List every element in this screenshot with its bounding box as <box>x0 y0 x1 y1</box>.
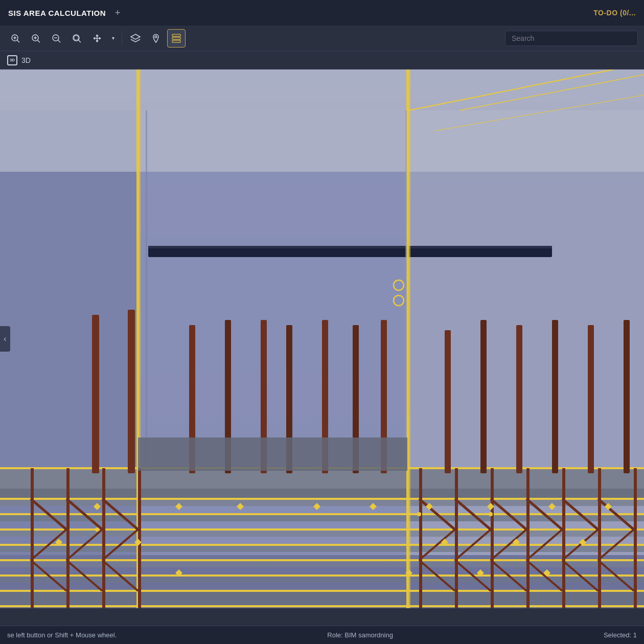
view-label-bar: 3D 3D <box>0 51 644 70</box>
svg-rect-28 <box>148 246 552 248</box>
svg-rect-13 <box>74 36 78 40</box>
toolbar-separator-1 <box>122 31 122 45</box>
3d-scene <box>0 70 644 608</box>
svg-line-12 <box>79 40 81 42</box>
todo-label[interactable]: TO-DO (0/... <box>593 9 636 17</box>
svg-rect-18 <box>172 40 180 42</box>
add-tab-button[interactable]: + <box>112 7 124 19</box>
svg-rect-68 <box>102 468 105 608</box>
pan-dropdown-button[interactable]: ▾ <box>108 29 118 48</box>
svg-marker-23 <box>0 70 644 172</box>
status-bar: se left button or Shift + Mouse wheel. R… <box>0 626 644 644</box>
svg-rect-39 <box>0 498 644 500</box>
svg-rect-46 <box>0 605 644 607</box>
svg-line-5 <box>38 40 40 42</box>
svg-rect-76 <box>634 468 637 608</box>
toolbar: ▾ <box>0 26 644 51</box>
svg-rect-74 <box>562 468 565 608</box>
svg-marker-14 <box>131 34 140 39</box>
svg-rect-128 <box>405 110 407 468</box>
svg-rect-16 <box>172 34 180 36</box>
svg-rect-51 <box>92 315 99 473</box>
svg-rect-43 <box>0 559 644 561</box>
svg-line-1 <box>17 40 20 42</box>
svg-point-15 <box>155 36 157 38</box>
svg-rect-64 <box>588 325 594 473</box>
search-area <box>505 31 638 46</box>
layers-button[interactable] <box>126 29 145 48</box>
3d-viewport[interactable]: ‹ <box>0 70 644 608</box>
svg-rect-40 <box>0 513 644 515</box>
status-right-text: Selected: 1 <box>604 631 637 639</box>
3d-view-icon: 3D <box>7 55 17 65</box>
svg-rect-72 <box>491 468 494 608</box>
layers-stack-button[interactable] <box>167 29 186 48</box>
status-center-text: Role: BIM samordning <box>327 631 393 639</box>
svg-rect-52 <box>128 310 135 473</box>
svg-point-124 <box>95 527 99 532</box>
svg-rect-65 <box>624 320 630 473</box>
zoom-in-button[interactable] <box>27 29 45 48</box>
svg-rect-71 <box>455 468 458 608</box>
title-left: SIS AREA CALCULATION + <box>8 7 124 19</box>
svg-rect-61 <box>480 320 487 473</box>
svg-rect-45 <box>0 590 644 592</box>
svg-rect-50 <box>409 70 410 608</box>
zoom-region-button[interactable] <box>67 29 86 48</box>
svg-point-126 <box>489 512 493 516</box>
svg-rect-34 <box>0 545 644 552</box>
svg-rect-60 <box>445 330 451 473</box>
svg-line-9 <box>58 40 61 42</box>
svg-rect-63 <box>552 320 558 473</box>
svg-point-125 <box>417 512 421 516</box>
title-bar: SIS AREA CALCULATION + TO-DO (0/... <box>0 0 644 26</box>
svg-rect-66 <box>31 468 34 608</box>
pan-button[interactable] <box>88 29 106 48</box>
status-left-text: se left button or Shift + Mouse wheel. <box>7 631 117 639</box>
svg-rect-30 <box>0 489 644 499</box>
zoom-out-button[interactable] <box>47 29 65 48</box>
search-input[interactable] <box>505 31 638 46</box>
svg-rect-70 <box>419 468 422 608</box>
svg-rect-42 <box>0 544 644 546</box>
svg-rect-129 <box>138 438 407 471</box>
zoom-fit-button[interactable] <box>6 29 25 48</box>
viewport-nav-left[interactable]: ‹ <box>0 326 10 352</box>
svg-rect-75 <box>598 468 601 608</box>
svg-rect-17 <box>172 37 180 39</box>
svg-rect-62 <box>516 325 522 473</box>
svg-rect-127 <box>146 110 147 468</box>
view-label-text: 3D <box>21 56 31 64</box>
map-button[interactable] <box>147 29 165 48</box>
svg-rect-35 <box>0 560 644 567</box>
svg-rect-69 <box>138 468 141 608</box>
app-title: SIS AREA CALCULATION <box>8 9 106 17</box>
svg-rect-73 <box>526 468 530 608</box>
svg-rect-67 <box>66 468 70 608</box>
